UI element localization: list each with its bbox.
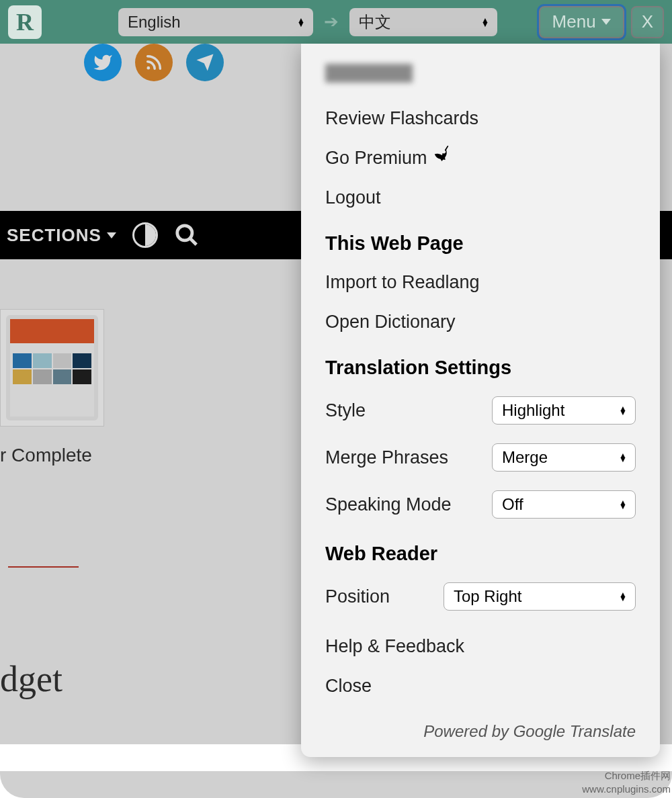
go-premium-label: Go Premium	[325, 148, 427, 168]
powered-by-text: Powered by Google Translate	[325, 722, 636, 741]
style-select[interactable]: Highlight ▲▼	[492, 396, 636, 425]
speaking-label: Speaking Mode	[325, 494, 452, 515]
select-arrows-icon: ▲▼	[619, 406, 627, 414]
merge-phrases-setting-row: Merge Phrases Merge ▲▼	[325, 434, 636, 481]
close-menu-link[interactable]: Close	[325, 666, 636, 706]
close-button-label: X	[642, 11, 653, 32]
caret-down-icon	[601, 19, 611, 25]
close-button[interactable]: X	[631, 6, 664, 38]
speaking-select[interactable]: Off ▲▼	[492, 490, 636, 519]
style-label: Style	[325, 400, 366, 421]
merge-select[interactable]: Merge ▲▼	[492, 443, 636, 472]
select-arrows-icon: ▲▼	[481, 18, 489, 26]
speaking-value: Off	[502, 495, 523, 514]
this-web-page-header: This Web Page	[325, 218, 636, 263]
style-value: Highlight	[502, 401, 564, 420]
merge-value: Merge	[502, 448, 548, 467]
logout-link[interactable]: Logout	[325, 178, 636, 218]
rocket-icon	[433, 146, 455, 171]
style-setting-row: Style Highlight ▲▼	[325, 387, 636, 434]
target-language-value: 中文	[359, 11, 391, 33]
position-value: Top Right	[454, 587, 521, 606]
select-arrows-icon: ▲▼	[619, 592, 627, 601]
position-select[interactable]: Top Right ▲▼	[444, 582, 636, 611]
translation-settings-header: Translation Settings	[325, 342, 636, 387]
menu-dropdown-panel: Review Flashcards Go Premium Logout This…	[301, 44, 660, 757]
source-language-select[interactable]: English ▲▼	[118, 8, 313, 36]
select-arrows-icon: ▲▼	[619, 453, 627, 461]
target-language-select[interactable]: 中文 ▲▼	[349, 8, 497, 36]
source-language-value: English	[128, 13, 181, 32]
arrow-right-icon: ➔	[321, 11, 341, 32]
footer-line2: www.cnplugins.com	[582, 783, 671, 796]
username-obscured	[325, 64, 413, 83]
translator-top-bar: R English ▲▼ ➔ 中文 ▲▼ Menu X	[0, 0, 672, 44]
merge-label: Merge Phrases	[325, 447, 448, 468]
readlang-logo[interactable]: R	[8, 5, 42, 39]
footer-line1: Chrome插件网	[582, 769, 671, 783]
review-flashcards-link[interactable]: Review Flashcards	[325, 99, 636, 138]
position-setting-row: Position Top Right ▲▼	[325, 573, 636, 620]
position-label: Position	[325, 586, 390, 607]
go-premium-link[interactable]: Go Premium	[325, 138, 636, 178]
help-feedback-link[interactable]: Help & Feedback	[325, 627, 636, 666]
open-dictionary-link[interactable]: Open Dictionary	[325, 302, 636, 342]
footer-credit: Chrome插件网 www.cnplugins.com	[582, 769, 671, 795]
import-to-readlang-link[interactable]: Import to Readlang	[325, 263, 636, 302]
menu-button[interactable]: Menu	[539, 6, 624, 38]
select-arrows-icon: ▲▼	[297, 18, 305, 26]
menu-button-label: Menu	[552, 11, 596, 32]
select-arrows-icon: ▲▼	[619, 500, 627, 508]
speaking-mode-setting-row: Speaking Mode Off ▲▼	[325, 481, 636, 528]
web-reader-header: Web Reader	[325, 528, 636, 573]
